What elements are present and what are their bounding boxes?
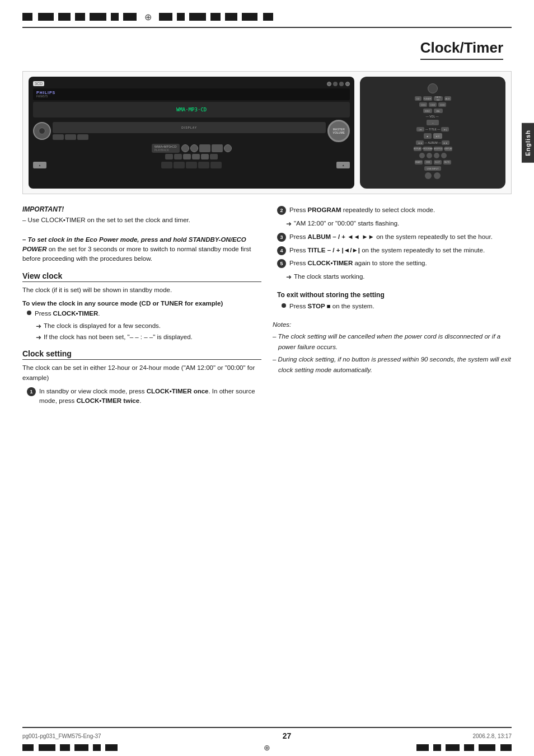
device-brand-label: 3CD <box>33 81 44 86</box>
arrow-icon: ➜ <box>36 332 41 342</box>
crosshair-icon: ⊕ <box>142 11 153 22</box>
footer-left-text: pg001-pg031_FWM575-Eng-37 <box>22 733 101 739</box>
page-title: Clock/Timer <box>420 39 503 60</box>
important-body: – Use CLOCK•TIMER on the set to set the … <box>22 215 261 264</box>
bullet-dot-icon <box>282 303 286 308</box>
step5-arrow: ➜ The clock starts working. <box>286 272 512 282</box>
note2: – During clock setting, if no button is … <box>273 354 512 375</box>
view-clock-title: View clock <box>22 271 261 282</box>
important-label: IMPORTANT! <box>22 205 261 213</box>
exit-step: Press STOP ■ on the system. <box>277 302 512 312</box>
clock-step3: 3 Press ALBUM – / + ◄◄ ►► on the system … <box>273 232 512 242</box>
clock-step4: 4 Press TITLE – / + |◄/►| on the system … <box>273 246 512 256</box>
device-remote-image: CD TUNER TAPE SD AUX CD1 CD2 CD3 DISC VA… <box>360 77 505 189</box>
arrow-icon: ➜ <box>286 219 292 229</box>
step-number-1: 1 <box>27 387 36 396</box>
page-number: 27 <box>283 731 292 740</box>
arrow-icon: ➜ <box>286 272 292 282</box>
device-display: WMA·MP3·CD <box>33 102 350 118</box>
clock-step5: 5 Press CLOCK•TIMER again to store the s… <box>273 259 512 269</box>
step-number-3: 3 <box>277 233 286 242</box>
step-number-4: 4 <box>277 246 286 255</box>
arrow-icon: ➜ <box>36 321 41 331</box>
note1: – The clock setting will be cancelled wh… <box>273 331 512 352</box>
clock-setting-title: Clock setting <box>22 349 261 360</box>
view-clock-subsection: To view the clock in any source mode (CD… <box>22 300 261 307</box>
important-section: IMPORTANT! – Use CLOCK•TIMER on the set … <box>22 205 261 264</box>
clock-step1: 1 In standby or view clock mode, press C… <box>22 387 261 407</box>
step-number-2: 2 <box>277 206 286 215</box>
footer-right-text: 2006.2.8, 13:17 <box>472 733 512 739</box>
exit-section: To exit without storing the setting Pres… <box>273 291 512 312</box>
view-clock-body: The clock (if it is set) will be shown i… <box>22 285 261 295</box>
clock-step2: 2 Press PROGRAM repeatedly to select clo… <box>273 205 512 215</box>
device-brand-logo: PHILIPS <box>36 91 346 95</box>
view-clock-arrow2: ➜ If the clock has not been set, "– – : … <box>36 332 261 342</box>
clock-setting-body: The clock can be set in either 12-hour o… <box>22 363 261 383</box>
exit-title: To exit without storing the setting <box>277 291 512 299</box>
view-clock-step1: Press CLOCK•TIMER. <box>22 309 261 319</box>
step2-arrow: ➜ "AM 12:00" or "00:00" starts flashing. <box>286 219 512 229</box>
device-model-label: FWM575 <box>36 95 346 98</box>
device-main-image: 3CD PHILIPS FWM575 WMA·MP3·CD DISPLAY <box>29 77 354 189</box>
notes-section: Notes: – The clock setting will be cance… <box>273 320 512 375</box>
notes-label: Notes: <box>273 320 512 330</box>
step-number-5: 5 <box>277 259 286 268</box>
language-tab: English <box>522 123 534 163</box>
bullet-dot-icon <box>27 311 31 315</box>
view-clock-arrow1: ➜ The clock is displayed for a few secon… <box>36 321 261 331</box>
device-images-area: 3CD PHILIPS FWM575 WMA·MP3·CD DISPLAY <box>22 71 512 194</box>
